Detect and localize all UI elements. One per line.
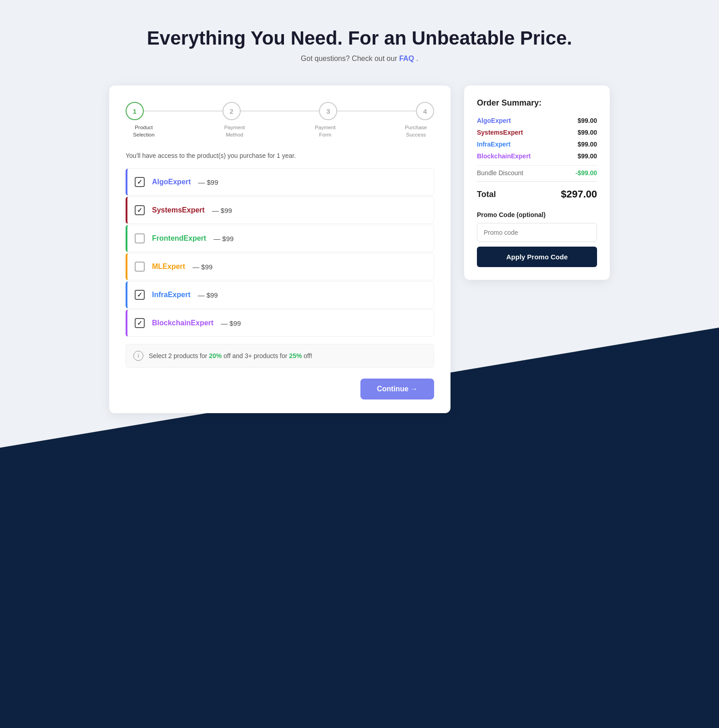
order-item-price-algo: $99.00 xyxy=(577,117,597,124)
order-item-name-algo: AlgoExpert xyxy=(477,117,511,124)
bundle-discount-3: 25% xyxy=(289,352,302,359)
stepper: 1 2 3 4 ProductSelection PaymentMethod P… xyxy=(126,102,434,138)
product-selection-card: 1 2 3 4 ProductSelection PaymentMethod P… xyxy=(109,86,451,413)
product-row-systems[interactable]: SystemsExpert — $99 xyxy=(126,197,434,224)
product-price-algo: — $99 xyxy=(198,178,218,186)
step-line-3 xyxy=(337,111,416,111)
checkbox-infra[interactable] xyxy=(135,290,145,300)
total-label: Total xyxy=(477,190,496,199)
order-item-systems: SystemsExpert $99.00 xyxy=(477,129,597,136)
promo-code-label: Promo Code (optional) xyxy=(477,211,597,218)
product-row-infra[interactable]: InfraExpert — $99 xyxy=(126,281,434,308)
promo-code-input[interactable] xyxy=(477,223,597,242)
checkbox-systems[interactable] xyxy=(135,205,145,215)
product-name-algo: AlgoExpert xyxy=(152,178,191,186)
product-price-systems: — $99 xyxy=(212,207,232,214)
page-subtitle: Got questions? Check out our FAQ . xyxy=(301,55,418,63)
checkbox-algo[interactable] xyxy=(135,177,145,187)
apply-promo-button[interactable]: Apply Promo Code xyxy=(477,247,597,267)
step-2-label: PaymentMethod xyxy=(216,124,253,138)
order-item-name-blockchain: BlockchainExpert xyxy=(477,152,531,160)
step-line-1 xyxy=(144,111,223,111)
step-4-circle: 4 xyxy=(416,102,434,120)
bundle-note-text: Select 2 products for 20% off and 3+ pro… xyxy=(149,352,312,359)
step-4-label: PurchaseSuccess xyxy=(398,124,434,138)
product-price-infra: — $99 xyxy=(197,291,218,299)
subtitle-text-pre: Got questions? Check out our xyxy=(301,55,399,62)
order-item-blockchain: BlockchainExpert $99.00 xyxy=(477,152,597,160)
order-item-infra: InfraExpert $99.00 xyxy=(477,141,597,148)
order-total-row: Total $297.00 xyxy=(477,181,597,200)
order-item-name-systems: SystemsExpert xyxy=(477,129,523,136)
discount-value: -$99.00 xyxy=(576,169,597,177)
product-price-frontend: — $99 xyxy=(213,235,233,243)
step-line-2 xyxy=(241,111,319,111)
step-1-label: ProductSelection xyxy=(126,124,162,138)
faq-link[interactable]: FAQ xyxy=(399,55,414,62)
order-items-list: AlgoExpert $99.00 SystemsExpert $99.00 I… xyxy=(477,117,597,160)
step-2-circle: 2 xyxy=(223,102,241,120)
checkbox-blockchain[interactable] xyxy=(135,318,145,328)
order-item-price-blockchain: $99.00 xyxy=(577,152,597,160)
info-icon: i xyxy=(133,351,143,361)
page-title: Everything You Need. For an Unbeatable P… xyxy=(147,27,572,49)
product-row-blockchain[interactable]: BlockchainExpert — $99 xyxy=(126,309,434,337)
bundle-discount-2: 20% xyxy=(209,352,222,359)
stepper-circles-row: 1 2 3 4 xyxy=(126,102,434,120)
product-row-ml[interactable]: MLExpert — $99 xyxy=(126,253,434,280)
product-name-systems: SystemsExpert xyxy=(152,206,205,214)
continue-button[interactable]: Continue → xyxy=(360,379,434,399)
step-3-circle: 3 xyxy=(319,102,337,120)
order-item-price-infra: $99.00 xyxy=(577,141,597,148)
bundle-note-post: off! xyxy=(302,352,312,359)
product-list: AlgoExpert — $99 SystemsExpert — $99 Fro… xyxy=(126,168,434,337)
product-price-ml: — $99 xyxy=(192,263,213,271)
order-item-algo: AlgoExpert $99.00 xyxy=(477,117,597,124)
product-row-algo[interactable]: AlgoExpert — $99 xyxy=(126,168,434,196)
order-discount-row: Bundle Discount -$99.00 xyxy=(477,165,597,177)
checkbox-frontend[interactable] xyxy=(135,233,145,243)
step-3-label: PaymentForm xyxy=(307,124,344,138)
order-item-price-systems: $99.00 xyxy=(577,129,597,136)
discount-label: Bundle Discount xyxy=(477,169,523,177)
access-note: You'll have access to the product(s) you… xyxy=(126,152,434,159)
stepper-labels-row: ProductSelection PaymentMethod PaymentFo… xyxy=(126,124,434,138)
product-name-ml: MLExpert xyxy=(152,263,185,271)
product-name-frontend: FrontendExpert xyxy=(152,234,206,243)
subtitle-text-post: . xyxy=(416,55,418,62)
continue-row: Continue → xyxy=(126,379,434,399)
product-name-infra: InfraExpert xyxy=(152,291,190,299)
bundle-note-mid: off and 3+ products for xyxy=(222,352,289,359)
product-price-blockchain: — $99 xyxy=(221,319,241,327)
product-name-blockchain: BlockchainExpert xyxy=(152,319,213,327)
main-content: 1 2 3 4 ProductSelection PaymentMethod P… xyxy=(109,86,610,413)
order-item-name-infra: InfraExpert xyxy=(477,141,511,148)
page-wrapper: Everything You Need. For an Unbeatable P… xyxy=(0,0,719,413)
bundle-note: i Select 2 products for 20% off and 3+ p… xyxy=(126,344,434,368)
bundle-note-pre: Select 2 products for xyxy=(149,352,209,359)
product-row-frontend[interactable]: FrontendExpert — $99 xyxy=(126,225,434,252)
total-value: $297.00 xyxy=(561,188,597,200)
checkbox-ml[interactable] xyxy=(135,262,145,272)
step-1-circle: 1 xyxy=(126,102,144,120)
order-summary-title: Order Summary: xyxy=(477,98,597,108)
order-summary-card: Order Summary: AlgoExpert $99.00 Systems… xyxy=(464,86,610,280)
